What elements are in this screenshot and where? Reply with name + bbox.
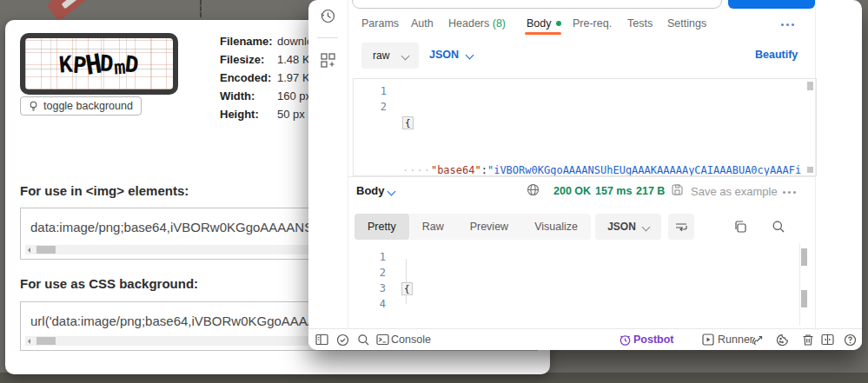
response-code[interactable]: { "captcha": "KPHDmD", "status": "succes…: [401, 249, 552, 325]
request-scrollbar-thumb[interactable]: [807, 82, 813, 90]
tab-body[interactable]: Body: [527, 17, 552, 30]
search-response-icon[interactable]: [772, 220, 785, 234]
response-status[interactable]: 200 OK: [553, 185, 591, 197]
cookies-icon[interactable]: [776, 333, 789, 347]
unsaved-dot-icon: [556, 21, 561, 26]
toggle-background-button[interactable]: toggle background: [20, 96, 142, 116]
meta-width-label: Width:: [220, 89, 277, 103]
meta-filesize-label: Filesize:: [220, 53, 277, 67]
runner-icon[interactable]: [702, 333, 714, 346]
search-icon[interactable]: [357, 333, 370, 347]
css-usage-heading: For use as CSS background:: [20, 276, 198, 291]
tab-headers-label: Headers: [448, 17, 489, 30]
postbot-button[interactable]: Postbot: [633, 333, 674, 346]
runner-button[interactable]: Runner: [718, 333, 753, 346]
scroll-left-arrow-icon[interactable]: [28, 248, 30, 253]
lightbulb-icon: [29, 101, 38, 112]
meta-filename: Filename:downlo: [220, 35, 313, 49]
view-raw[interactable]: Raw: [409, 214, 457, 240]
wrap-lines-button[interactable]: [668, 214, 694, 240]
response-scrollbar-track[interactable]: [799, 243, 800, 326]
toggle-background-label: toggle background: [43, 100, 133, 112]
tab-params[interactable]: Params: [361, 17, 399, 30]
meta-height-label: Height:: [220, 108, 277, 122]
console-icon[interactable]: [376, 333, 389, 346]
beautify-link[interactable]: Beautify: [755, 49, 798, 61]
hscroll-thumb[interactable]: [36, 246, 56, 254]
response-more-options-icon[interactable]: [783, 191, 796, 194]
request-scrollbar-mark: [807, 167, 813, 173]
body-mode-label: raw: [373, 50, 389, 62]
save-icon: [671, 183, 684, 196]
language-label: JSON: [429, 49, 459, 61]
status-toolbar: Console Postbot Runner: [308, 328, 862, 350]
console-button[interactable]: Console: [391, 333, 431, 346]
meta-width: Width:160 px: [220, 89, 311, 103]
chevron-down-icon: [641, 222, 650, 231]
right-rail: [815, 0, 862, 328]
postman-window: Params Auth Headers (8) Body Pre-req. Te…: [308, 0, 862, 350]
tab-headers-count: (8): [493, 17, 506, 30]
view-preview[interactable]: Preview: [457, 214, 521, 240]
request-body-editor[interactable]: 1 2 { ····"base64":"iVBORw0KGgoAAAANSUhE…: [353, 78, 817, 176]
screen: KPHDmD toggle background Filename:downlo…: [0, 0, 868, 383]
meta-height: Height:50 px: [220, 108, 305, 122]
more-options-icon[interactable]: [781, 23, 794, 26]
capture-requests-icon[interactable]: [751, 333, 764, 347]
checklist-icon[interactable]: [336, 333, 349, 347]
response-scrollbar-thumb[interactable]: [801, 248, 807, 266]
sidebar-toggle-icon[interactable]: [315, 333, 328, 346]
request-response-divider[interactable]: [348, 176, 815, 177]
two-pane-icon[interactable]: [821, 333, 834, 346]
meta-encoded: Encoded:1.97 K: [220, 71, 310, 85]
body-mode-dropdown[interactable]: raw: [361, 43, 419, 69]
response-time[interactable]: 157 ms: [595, 185, 632, 197]
blocks-add-icon[interactable]: [320, 52, 336, 69]
response-language-label: JSON: [607, 221, 636, 233]
send-button[interactable]: [728, 0, 815, 9]
hscroll-thumb[interactable]: [36, 337, 56, 345]
left-icon-rail: [308, 0, 348, 328]
help-icon[interactable]: [844, 333, 857, 347]
tab-headers[interactable]: Headers (8): [448, 17, 506, 30]
response-scrollbar-mark: [801, 290, 807, 307]
view-visualize[interactable]: Visualize: [521, 214, 591, 240]
response-language-dropdown[interactable]: JSON: [595, 214, 661, 240]
tab-prerequest[interactable]: Pre-req.: [573, 17, 612, 30]
scroll-left-arrow-icon[interactable]: [28, 339, 30, 344]
meta-height-value: 50 px: [277, 108, 305, 121]
view-pretty[interactable]: Pretty: [354, 214, 409, 240]
active-tab-underline: [525, 32, 561, 35]
captcha-image: KPHDmD: [20, 33, 178, 95]
save-as-example-button[interactable]: Save as example: [691, 185, 778, 198]
tab-settings[interactable]: Settings: [667, 17, 706, 30]
request-line-numbers: 1 2: [354, 83, 387, 115]
response-line-numbers: 1 2 3 4: [353, 249, 386, 312]
history-icon[interactable]: [320, 8, 336, 24]
language-dropdown[interactable]: JSON: [429, 49, 473, 61]
copy-icon[interactable]: [733, 220, 747, 234]
response-view-tabs: Pretty Raw Preview Visualize: [354, 214, 591, 240]
captcha-text: KPHDmD: [59, 51, 139, 77]
tab-auth[interactable]: Auth: [411, 17, 434, 30]
response-size[interactable]: 217 B: [636, 185, 665, 197]
meta-encoded-value: 1.97 K: [277, 71, 310, 84]
chevron-down-icon: [388, 188, 396, 196]
url-input[interactable]: [352, 0, 722, 9]
chevron-down-icon: [401, 51, 410, 60]
globe-icon: [527, 183, 540, 196]
background-dashed-line: [200, 0, 202, 17]
postbot-icon[interactable]: [619, 333, 632, 347]
meta-filesize-value: 1.48 K: [277, 53, 310, 66]
tab-tests[interactable]: Tests: [627, 17, 653, 30]
fold-marker-icon[interactable]: {: [402, 116, 414, 129]
response-body-dropdown[interactable]: Body: [356, 184, 385, 197]
rail-divider: [317, 37, 338, 38]
response-body-viewer[interactable]: 1 2 3 4 { "captcha": "KPHDmD", "status":…: [353, 245, 798, 325]
img-usage-heading: For use in <img> elements:: [20, 183, 189, 198]
meta-width-value: 160 px: [277, 89, 311, 102]
trash-icon[interactable]: [802, 333, 814, 347]
fold-marker-icon[interactable]: {: [401, 282, 413, 295]
request-code[interactable]: { ····"base64":"iVBORw0KGgoAAAANSUhEUgAA…: [402, 83, 807, 176]
meta-encoded-label: Encoded:: [220, 71, 277, 85]
